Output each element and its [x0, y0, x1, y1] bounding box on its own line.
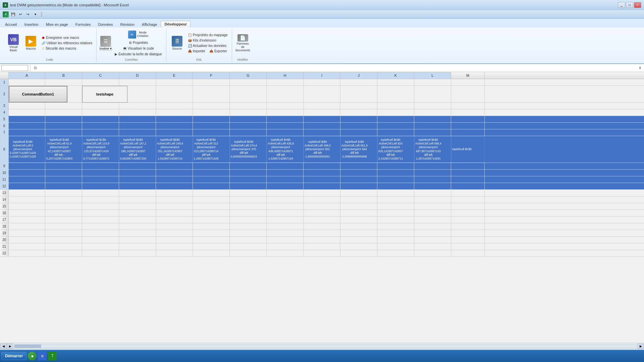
cell-d9[interactable]	[119, 163, 156, 169]
redo-quick-button[interactable]: ↪	[25, 11, 31, 17]
cell-g4[interactable]	[230, 109, 267, 116]
cell-k13[interactable]	[377, 190, 414, 196]
col-header-e[interactable]: E	[156, 72, 193, 79]
tab-insertion[interactable]: Insertion	[20, 21, 42, 27]
cell-j10[interactable]	[340, 170, 377, 176]
cell-m11[interactable]	[451, 176, 485, 183]
enregistrer-macro-button[interactable]: ⏺ Enregistrer une macro	[40, 35, 94, 40]
cell-b7[interactable]	[45, 129, 82, 136]
macros-button[interactable]: ▶ Macros	[23, 34, 39, 53]
ie-icon-taskbar[interactable]: e	[38, 352, 47, 360]
cell-l2[interactable]	[414, 86, 451, 102]
source-button[interactable]: 🗄 Source	[169, 34, 185, 53]
row-header-7[interactable]: 7	[0, 129, 9, 136]
row-header-12[interactable]: 12	[0, 183, 9, 189]
cell-m12[interactable]	[451, 183, 485, 189]
cell-j8[interactable]: topleftcell $J$5ActiveCell.Left 561,6ptt…	[340, 136, 377, 163]
cell-m7[interactable]	[451, 129, 485, 136]
cell-i5[interactable]	[304, 116, 340, 122]
cell-h12[interactable]	[267, 183, 304, 189]
cell-i3[interactable]	[304, 103, 340, 109]
cell-l9[interactable]	[414, 163, 451, 169]
cell-k8[interactable]: topleftcell $K$5ActiveCell.Left 624pttos…	[377, 136, 414, 163]
cell-a6[interactable]	[9, 123, 45, 129]
test-shape[interactable]: testshape	[82, 86, 127, 103]
cell-g8[interactable]: topleftcell $F$5ActiveCell.Left 374,4ptt…	[230, 136, 267, 163]
cell-l5[interactable]	[414, 116, 451, 122]
row-header-16[interactable]: 16	[0, 210, 9, 216]
undo-quick-button[interactable]: ↩	[17, 11, 23, 17]
cell-e13[interactable]	[156, 190, 193, 196]
col-header-d[interactable]: D	[119, 72, 156, 79]
col-header-h[interactable]: H	[267, 72, 304, 79]
cell-f2[interactable]	[193, 86, 230, 102]
cell-e2[interactable]	[156, 86, 193, 102]
row-header-1[interactable]: 1	[0, 79, 9, 85]
cell-e7[interactable]	[156, 129, 193, 136]
cell-l4[interactable]	[414, 109, 451, 116]
cell-k4[interactable]	[377, 109, 414, 116]
scroll-right-button[interactable]: ▶	[7, 344, 13, 349]
close-button[interactable]: ×	[634, 2, 641, 8]
cell-a7[interactable]	[9, 129, 45, 136]
cell-m2[interactable]	[451, 86, 485, 102]
cell-d7[interactable]	[119, 129, 156, 136]
maximize-button[interactable]: □	[626, 2, 633, 8]
cell-j13[interactable]	[340, 190, 377, 196]
cell-a1[interactable]	[9, 79, 45, 85]
cell-i2[interactable]	[304, 86, 340, 102]
tab-affichage[interactable]: Affichage	[138, 21, 161, 27]
cell-i4[interactable]	[304, 109, 340, 116]
cell-k5[interactable]	[377, 116, 414, 122]
cell-g9[interactable]	[230, 163, 267, 169]
cell-b1[interactable]	[45, 79, 82, 85]
cell-b13[interactable]	[45, 190, 82, 196]
executer-boite-button[interactable]: ▶ Exécuter la boîte de dialogue	[113, 52, 163, 57]
row-header-15[interactable]: 15	[0, 203, 9, 209]
cell-l6[interactable]	[414, 123, 451, 129]
cell-a13[interactable]	[9, 190, 45, 196]
cell-b11[interactable]	[45, 176, 82, 183]
start-button[interactable]: Démarrer	[1, 352, 26, 360]
cell-e5[interactable]	[156, 116, 193, 122]
cell-b12[interactable]	[45, 183, 82, 189]
cell-b3[interactable]	[45, 103, 82, 109]
row-header-21[interactable]: 21	[0, 243, 9, 250]
cell-k12[interactable]	[377, 183, 414, 189]
cell-k6[interactable]	[377, 123, 414, 129]
cell-e4[interactable]	[156, 109, 193, 116]
cell-m4[interactable]	[451, 109, 485, 116]
cell-g11[interactable]	[230, 176, 267, 183]
cell-l3[interactable]	[414, 103, 451, 109]
kits-extension-button[interactable]: 📦 Kits d'extension	[186, 38, 229, 43]
cell-c8[interactable]: topleftcell $C$5ActiveCell.Left 124,8ptt…	[82, 136, 119, 163]
row-header-2[interactable]: 2	[0, 86, 9, 102]
cell-i10[interactable]	[304, 170, 340, 176]
col-header-j[interactable]: J	[340, 72, 377, 79]
cell-g2[interactable]	[230, 86, 267, 102]
cell-l10[interactable]	[414, 170, 451, 176]
scroll-end-button[interactable]: ▶	[637, 344, 644, 349]
cell-l12[interactable]	[414, 183, 451, 189]
cell-l7[interactable]	[414, 129, 451, 136]
cell-f13[interactable]	[193, 190, 230, 196]
cell-f8[interactable]: topleftcell $F$5ActiveCell.Left 312pttos…	[193, 136, 230, 163]
cell-l8[interactable]: topleftcell $K$5ActiveCell.Left 686,4ptt…	[414, 136, 451, 163]
cell-e1[interactable]	[156, 79, 193, 85]
cell-k9[interactable]	[377, 163, 414, 169]
cell-g12[interactable]	[230, 183, 267, 189]
cell-l13[interactable]	[414, 190, 451, 196]
row-header-3[interactable]: 3	[0, 103, 9, 109]
tab-formules[interactable]: Formules	[72, 21, 95, 27]
cell-f6[interactable]	[193, 123, 230, 129]
tab-developpeur[interactable]: Développeur	[161, 21, 191, 27]
cell-d5[interactable]	[119, 116, 156, 122]
col-header-l[interactable]: L	[414, 72, 451, 79]
cell-c4[interactable]	[82, 109, 119, 116]
cell-b6[interactable]	[45, 123, 82, 129]
cell-c7[interactable]	[82, 129, 119, 136]
cell-a11[interactable]	[9, 176, 45, 183]
cell-e6[interactable]	[156, 123, 193, 129]
cell-e11[interactable]	[156, 176, 193, 183]
exporter-button[interactable]: 📤 Exporter	[208, 49, 228, 54]
